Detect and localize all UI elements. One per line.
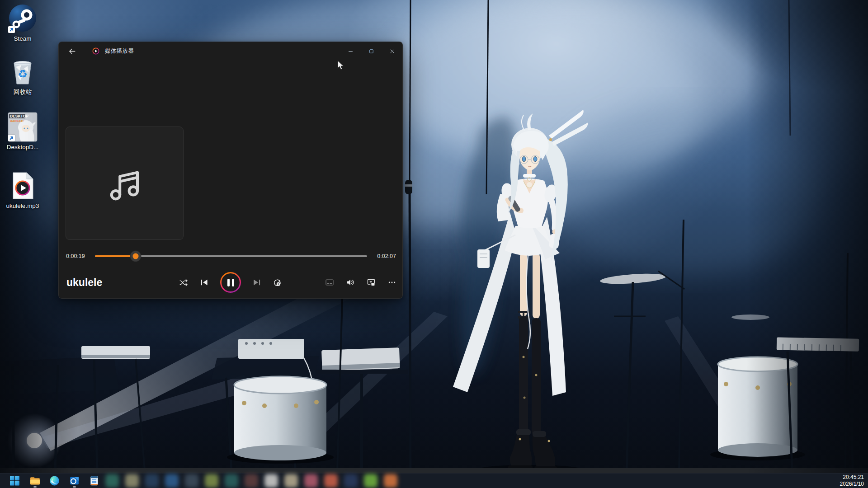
previous-track-icon bbox=[200, 278, 209, 287]
shuffle-icon bbox=[179, 278, 189, 287]
svg-text:DANCER: DANCER bbox=[10, 119, 24, 122]
media-player-logo-icon bbox=[92, 47, 99, 55]
music-note-icon bbox=[103, 162, 146, 205]
album-art-placeholder bbox=[66, 127, 184, 240]
seek-row: 0:00:19 0:02:07 bbox=[59, 250, 402, 263]
track-title: ukulele bbox=[66, 277, 102, 289]
desktop-icon-desktop-dancer[interactable]: DESKTOP DANCER DesktopD... bbox=[0, 112, 45, 150]
previous-track-button[interactable] bbox=[200, 278, 209, 287]
desktop-icon-recycle-bin[interactable]: ♻ 回收站 bbox=[0, 57, 45, 95]
blurred-app-icon[interactable] bbox=[125, 474, 139, 488]
audio-file-icon bbox=[8, 171, 38, 201]
blurred-app-icon[interactable] bbox=[324, 474, 338, 488]
shortcut-arrow-icon bbox=[8, 26, 15, 33]
clock-date: 2026/1/10 bbox=[840, 481, 864, 488]
blurred-app-icon[interactable] bbox=[245, 474, 258, 488]
notepad-icon bbox=[89, 475, 100, 487]
notepad-button[interactable] bbox=[89, 475, 100, 487]
blurred-app-icon[interactable] bbox=[225, 474, 238, 488]
desktop: Steam ♻ 回收站 DESKTOP DAN bbox=[0, 0, 868, 488]
edge-icon bbox=[49, 475, 60, 487]
blurred-app-icon[interactable] bbox=[145, 474, 159, 488]
mini-player-icon bbox=[367, 278, 376, 287]
mini-player-button[interactable] bbox=[367, 278, 376, 287]
seek-progress bbox=[95, 255, 136, 257]
pause-icon bbox=[232, 279, 234, 286]
playback-controls: ukulele bbox=[59, 269, 402, 296]
pause-icon bbox=[227, 279, 230, 286]
window-title: 媒体播放器 bbox=[105, 47, 134, 55]
subtitles-icon bbox=[325, 278, 334, 287]
more-button[interactable] bbox=[387, 278, 396, 287]
repeat-one-button[interactable]: 1 bbox=[273, 278, 282, 287]
desktop-icon-label: ukulele.mp3 bbox=[0, 202, 45, 209]
blurred-app-icon[interactable] bbox=[284, 474, 298, 488]
edge-button[interactable] bbox=[49, 475, 60, 487]
total-time: 0:02:07 bbox=[377, 253, 396, 259]
running-indicator bbox=[73, 486, 76, 488]
recycle-bin-icon: ♻ bbox=[8, 57, 38, 87]
more-icon bbox=[387, 278, 396, 287]
svg-text:♻: ♻ bbox=[18, 68, 28, 80]
blurred-app-icon[interactable] bbox=[205, 474, 218, 488]
next-track-button[interactable] bbox=[252, 278, 261, 287]
start-icon bbox=[9, 475, 20, 487]
repeat-one-icon: 1 bbox=[273, 278, 282, 287]
shortcut-arrow-icon bbox=[8, 135, 15, 141]
clock-time: 20:45:21 bbox=[840, 474, 864, 481]
start-button[interactable] bbox=[9, 475, 20, 487]
file-explorer-button[interactable] bbox=[29, 475, 41, 487]
taskbar-clock[interactable]: 20:45:21 2026/1/10 bbox=[840, 474, 864, 488]
desktop-icon-label: Steam bbox=[0, 35, 45, 42]
running-indicator bbox=[33, 486, 37, 488]
close-button[interactable] bbox=[382, 42, 402, 60]
back-button[interactable] bbox=[65, 44, 79, 58]
volume-button[interactable] bbox=[346, 278, 355, 287]
desktop-icon-steam[interactable]: Steam bbox=[0, 4, 45, 42]
desktop-icon-ukulele-mp3[interactable]: ukulele.mp3 bbox=[0, 171, 45, 209]
titlebar[interactable]: 媒体播放器 bbox=[59, 42, 402, 60]
pause-button[interactable] bbox=[220, 272, 241, 293]
blurred-app-icon[interactable] bbox=[165, 474, 179, 488]
back-icon bbox=[68, 47, 76, 55]
media-player-window: 媒体播放器 bbox=[58, 42, 403, 299]
maximize-button[interactable] bbox=[361, 42, 382, 60]
svg-text:DESKTOP: DESKTOP bbox=[10, 114, 28, 118]
svg-text:1: 1 bbox=[278, 282, 279, 286]
elapsed-time: 0:00:19 bbox=[66, 253, 85, 259]
outlook-icon bbox=[69, 475, 80, 487]
volume-icon bbox=[346, 278, 355, 287]
seek-slider[interactable] bbox=[95, 255, 368, 257]
next-track-icon bbox=[252, 278, 261, 287]
blurred-app-icon[interactable] bbox=[264, 474, 278, 488]
blurred-app-icon[interactable] bbox=[344, 474, 358, 488]
blurred-app-icon[interactable] bbox=[105, 474, 119, 488]
blurred-app-icon[interactable] bbox=[384, 474, 397, 488]
shuffle-button[interactable] bbox=[179, 278, 189, 287]
outlook-button[interactable] bbox=[69, 475, 80, 487]
maximize-icon bbox=[368, 48, 375, 55]
close-icon bbox=[389, 48, 396, 55]
minimize-button[interactable] bbox=[340, 42, 361, 60]
desktop-icon-label: DesktopD... bbox=[0, 144, 45, 150]
blurred-app-icon[interactable] bbox=[185, 474, 198, 488]
file-explorer-icon bbox=[29, 475, 41, 487]
minimize-icon bbox=[347, 48, 354, 55]
desktop-icon-label: 回收站 bbox=[0, 89, 45, 95]
subtitles-button[interactable] bbox=[325, 278, 334, 287]
blurred-app-icon[interactable] bbox=[364, 474, 377, 488]
blurred-app-icon[interactable] bbox=[304, 474, 318, 488]
seek-thumb[interactable] bbox=[133, 253, 139, 259]
taskbar: 20:45:21 2026/1/10 bbox=[0, 473, 868, 488]
taskbar-blurred-icons bbox=[105, 474, 397, 488]
